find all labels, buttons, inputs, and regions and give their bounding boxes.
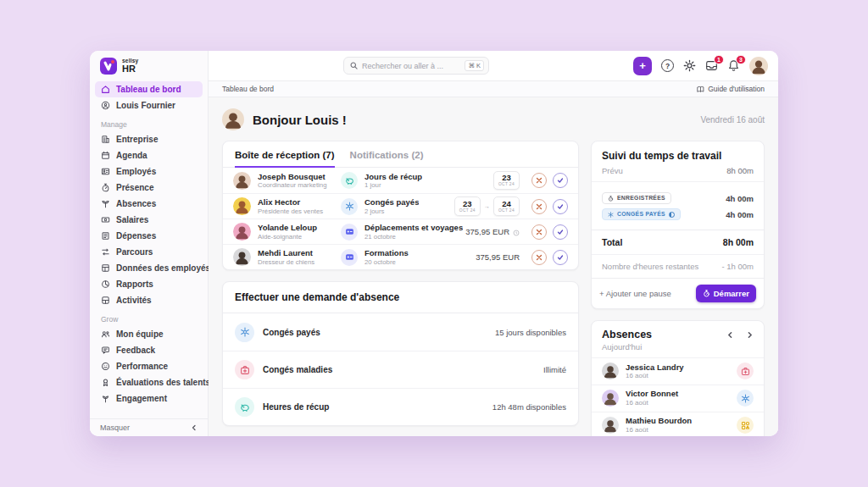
sidebar-item-engagement[interactable]: Engagement (95, 390, 203, 407)
team-icon (101, 329, 110, 339)
employee-name: Jessica Landry (626, 362, 684, 373)
user-circle-icon (101, 101, 110, 110)
help-icon[interactable]: ? (661, 59, 674, 72)
inbox-button[interactable]: 1 (705, 59, 718, 72)
employee-name: Yolande Leloup (258, 223, 341, 232)
request-option-conges-payes[interactable]: Congés payés 15 jours disponibles (223, 313, 578, 351)
planned-label: Prévu (602, 166, 623, 175)
sidebar-item-rapports[interactable]: Rapports (95, 276, 203, 292)
search-icon (350, 62, 358, 69)
absence-row[interactable]: Jessica Landry16 août (592, 357, 764, 385)
sidebar-item-employes[interactable]: Employés (95, 163, 203, 180)
sidebar-section-grow: Grow (95, 308, 203, 326)
inbox-tabs: Boîte de réception (7) Notifications (2) (223, 141, 578, 168)
sidebar-item-parcours[interactable]: Parcours (95, 244, 203, 260)
sidebar-item-activites[interactable]: Activités (95, 292, 203, 308)
approve-button[interactable] (553, 173, 568, 188)
available-balance: 15 jours disponibles (495, 328, 566, 337)
snowflake-icon (737, 390, 754, 407)
avatar (602, 390, 619, 407)
tab-notifications[interactable]: Notifications (2) (350, 141, 424, 168)
request-sub: 2 jours (364, 208, 419, 215)
start-timer-button[interactable]: Démarrer (696, 285, 756, 302)
reject-button[interactable] (531, 173, 547, 188)
sidebar-item-agenda[interactable]: Agenda (95, 147, 203, 163)
sidebar-item-feedback[interactable]: Feedback (95, 342, 203, 358)
employee-role: Coordinateur marketing (258, 181, 341, 189)
timer-icon (608, 196, 614, 202)
sidebar-item-salaires[interactable]: Salaires (95, 212, 203, 228)
add-pause-link[interactable]: + Ajouter une pause (599, 289, 671, 298)
sidebar-item-absences[interactable]: Absences (95, 196, 203, 212)
first-aid-icon (737, 362, 754, 379)
topbar: ⌘ K + ? 1 3 (209, 51, 778, 81)
chevron-right-icon[interactable] (746, 331, 754, 339)
sidebar-collapse[interactable]: Masquer (90, 418, 208, 436)
notifications-badge: 3 (736, 55, 746, 64)
inbox-row[interactable]: Mehdi LaurentDresseur de chiens Formatio… (223, 244, 578, 269)
notifications-button[interactable]: 3 (727, 59, 740, 72)
sprout-icon (101, 394, 110, 403)
paid-leave-chip: CONGÉS PAYÉS (602, 208, 681, 220)
chevron-left-icon[interactable] (726, 331, 734, 339)
sidebar-item-presence[interactable]: Présence (95, 180, 203, 196)
employee-name: Mathieu Bourdon (626, 416, 692, 426)
planned-value: 8h 00m (726, 166, 754, 175)
reject-button[interactable] (531, 250, 547, 265)
book-icon (697, 86, 704, 93)
request-option-conges-maladies[interactable]: Congés maladies Illimité (223, 351, 578, 388)
sidebar-item-entreprise[interactable]: Entreprise (95, 131, 203, 147)
sidebar-item-depenses[interactable]: Dépenses (95, 228, 203, 244)
reject-button[interactable] (531, 199, 547, 214)
request-sub: 1 jour (364, 181, 422, 189)
chevron-left-icon (191, 424, 198, 431)
request-type: Déplacements et voyages (364, 223, 463, 232)
total-value: 8h 00m (723, 237, 754, 247)
avatar (233, 172, 251, 190)
sidebar-item-donnees-employes[interactable]: Données des employés (95, 260, 203, 276)
sidebar-item-mon-equipe[interactable]: Mon équipe (95, 326, 203, 342)
avatar (233, 197, 251, 215)
expense-card-icon (341, 224, 358, 241)
avatar (602, 362, 619, 379)
employee-role: Dresseur de chiens (258, 258, 341, 266)
first-aid-icon (235, 360, 254, 379)
expense-amount: 375,95 EUR (465, 227, 509, 236)
reject-button[interactable] (531, 224, 547, 240)
sidebar-section-manage: Manage (95, 113, 203, 131)
approve-button[interactable] (553, 199, 568, 214)
remaining-label: Nombre d'heures restantes (602, 262, 698, 271)
search-shortcut: ⌘ K (465, 60, 484, 71)
add-button[interactable]: + (633, 57, 652, 75)
request-type: Congés payés (364, 197, 419, 207)
inbox-row[interactable]: Yolande LeloupAide-soignante Déplacement… (223, 219, 578, 244)
check-icon (557, 177, 564, 184)
leave-value: 4h 00m (726, 210, 754, 219)
palm-leaf-icon (101, 199, 110, 208)
inbox-row[interactable]: Joseph BousquetCoordinateur marketing Jo… (223, 168, 578, 193)
absence-row[interactable]: Mathieu Bourdon16 août (592, 412, 764, 436)
absences-card: Absences Aujourd'hui Jessica Landry16 ao… (591, 320, 765, 436)
search-input[interactable] (362, 62, 460, 70)
inbox-card: Boîte de réception (7) Notifications (2)… (222, 141, 579, 270)
sidebar-item-dashboard[interactable]: Tableau de bord (95, 81, 203, 97)
absence-row[interactable]: Victor Bonnet16 août (592, 385, 764, 412)
settings-button[interactable] (683, 59, 696, 72)
remaining-value: - 1h 00m (722, 262, 754, 271)
tab-inbox[interactable]: Boîte de réception (7) (235, 141, 335, 168)
sidebar-item-profile[interactable]: Louis Fournier (95, 97, 203, 113)
inbox-row[interactable]: Alix HectorPrésidente des ventes Congés … (223, 193, 578, 219)
approve-button[interactable] (553, 224, 568, 240)
sidebar-item-performance[interactable]: Performance (95, 358, 203, 374)
employee-role: Aide-soignante (258, 233, 341, 241)
sidebar-item-evaluations[interactable]: Évaluations des talents (95, 374, 203, 390)
approve-button[interactable] (553, 250, 568, 265)
request-option-heures-recup[interactable]: Heures de récup 12h 48m disponibles (223, 388, 578, 425)
x-icon (536, 177, 542, 184)
x-icon (536, 203, 542, 210)
guide-link[interactable]: Guide d'utilisation (697, 85, 765, 93)
search-box[interactable]: ⌘ K (343, 57, 489, 75)
user-avatar[interactable] (749, 57, 768, 75)
app-window: sellsy HR Tableau de bord Louis Fournier… (90, 51, 778, 436)
app-logo[interactable]: sellsy HR (90, 51, 208, 79)
